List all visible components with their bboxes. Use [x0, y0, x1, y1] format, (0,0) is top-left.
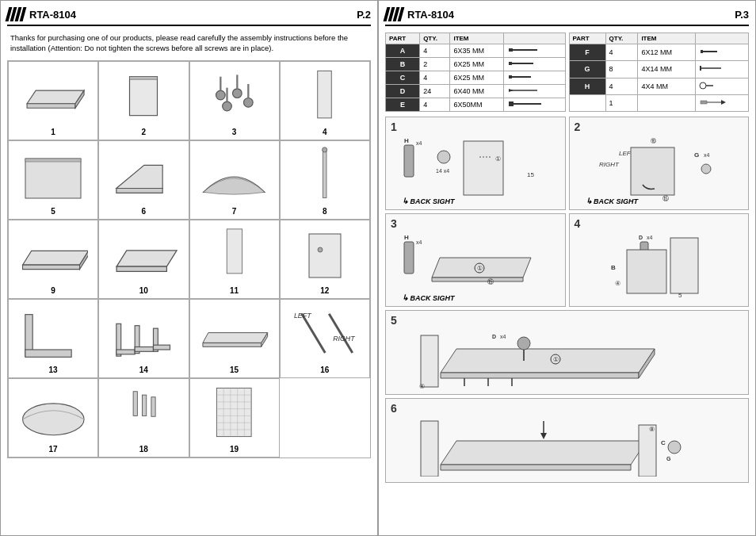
part-letter-d: D [386, 85, 420, 98]
svg-text:5: 5 [678, 292, 682, 299]
part-1: 1 [8, 61, 98, 140]
svg-marker-17 [116, 189, 162, 193]
svg-text:RIGHT: RIGHT [599, 161, 620, 168]
qty-g: 8 [605, 61, 638, 78]
svg-marker-1 [27, 104, 75, 109]
step-1: 1 H x4 14 x4 ① 15 [385, 117, 566, 210]
left-page: RTA-8104 P.2 Thanks for purchasing one o… [0, 0, 378, 536]
svg-text:G: G [694, 151, 699, 159]
svg-text:D: D [639, 235, 643, 240]
svg-point-132 [668, 441, 681, 454]
svg-line-39 [301, 313, 325, 352]
table-row: D 24 6X40 MM [386, 85, 566, 98]
icon-d [504, 85, 565, 98]
part-11-num: 11 [230, 286, 239, 295]
svg-rect-14 [25, 159, 81, 198]
icon-g [695, 61, 748, 78]
part-17-illustration [12, 382, 94, 443]
assembly-steps: 1 H x4 14 x4 ① 15 [385, 117, 749, 483]
svg-text:D: D [492, 334, 496, 339]
left-page-header: RTA-8104 P.2 [7, 7, 371, 26]
svg-text:x4: x4 [416, 239, 422, 245]
part-3-num: 3 [232, 128, 237, 136]
part-15-num: 15 [230, 366, 239, 374]
stripe-logo [7, 7, 25, 21]
svg-rect-45 [143, 395, 147, 415]
svg-point-5 [216, 90, 225, 100]
svg-marker-111 [441, 373, 639, 378]
svg-text:⑧: ⑧ [649, 426, 655, 433]
part-4-svg [311, 67, 338, 123]
part-19: 19 [189, 378, 280, 458]
table-row: C 4 6X25 MM [386, 71, 566, 85]
svg-marker-24 [116, 267, 166, 272]
part-3-svg [202, 67, 267, 123]
part-8-num: 8 [323, 207, 327, 216]
part-1-svg [18, 73, 89, 117]
svg-point-7 [232, 89, 242, 98]
svg-rect-61 [509, 62, 512, 65]
part-13: 13 [8, 299, 98, 378]
item-g: 4X14 MM [638, 61, 695, 78]
svg-marker-16 [116, 165, 162, 188]
icon-b [504, 58, 565, 71]
svg-text:H: H [404, 137, 409, 144]
part-15: 15 [189, 299, 280, 378]
qty-e: 4 [420, 98, 450, 112]
svg-rect-47 [217, 388, 252, 436]
svg-point-117 [517, 337, 530, 350]
qty-d: 24 [420, 85, 450, 98]
svg-rect-4 [130, 77, 158, 80]
svg-rect-107 [627, 250, 666, 293]
part-2: 2 [98, 61, 189, 140]
part-19-illustration [193, 382, 276, 443]
table-row: B 2 6X25 MM [386, 58, 566, 71]
part-11-svg [222, 226, 246, 281]
svg-rect-35 [153, 345, 170, 350]
svg-text:B: B [611, 264, 616, 271]
part-1-num: 1 [51, 128, 55, 136]
th-item-r: ITEM [638, 33, 695, 44]
step-3: 3 H x4 ① ⑮ ↳ BACK SIGHT [385, 213, 566, 307]
icon-a [504, 44, 565, 58]
part-letter-e: E [386, 98, 420, 112]
part-17-svg [18, 389, 89, 437]
step-2-svg: ⑯ LEFT RIGHT G x4 ⑮ [583, 133, 734, 203]
svg-marker-110 [441, 349, 655, 373]
svg-rect-33 [135, 347, 153, 352]
step-6-svg: ⑧ C G [417, 417, 718, 477]
part-14-svg [112, 305, 177, 361]
item-h: 4X4 MM [638, 78, 695, 94]
svg-line-41 [329, 313, 353, 352]
svg-text:RIGHT: RIGHT [333, 335, 355, 343]
part-12-num: 12 [320, 286, 329, 295]
part-4-illustration [284, 65, 366, 126]
part-2-svg [116, 67, 171, 123]
th-part-l: PART [386, 33, 420, 44]
svg-text:①: ① [495, 155, 501, 163]
item-a: 6X35 MM [450, 44, 504, 58]
part-13-svg [21, 305, 86, 361]
right-header-left: RTA-8104 [385, 7, 454, 21]
svg-marker-124 [441, 441, 647, 465]
svg-rect-15 [25, 159, 81, 162]
part-10: 10 [98, 220, 189, 299]
svg-rect-44 [133, 392, 137, 416]
svg-text:G: G [666, 456, 671, 461]
qty-tool: 1 [605, 94, 638, 111]
qty-a: 4 [420, 44, 450, 58]
item-e: 6X50MM [450, 98, 504, 112]
qty-b: 2 [420, 58, 450, 71]
th-icon-l [504, 33, 565, 44]
step-1-back-sight: ↳ BACK SIGHT [402, 197, 455, 205]
step-2-num: 2 [575, 121, 581, 133]
part-letter-a: A [386, 44, 420, 58]
svg-rect-126 [421, 421, 438, 477]
part-17-num: 17 [49, 445, 58, 454]
svg-text:x4: x4 [500, 334, 506, 339]
part-10-num: 10 [139, 286, 148, 295]
part-11: 11 [189, 220, 280, 299]
svg-marker-20 [22, 251, 88, 266]
item-tool [638, 94, 695, 111]
svg-point-72 [700, 82, 706, 89]
